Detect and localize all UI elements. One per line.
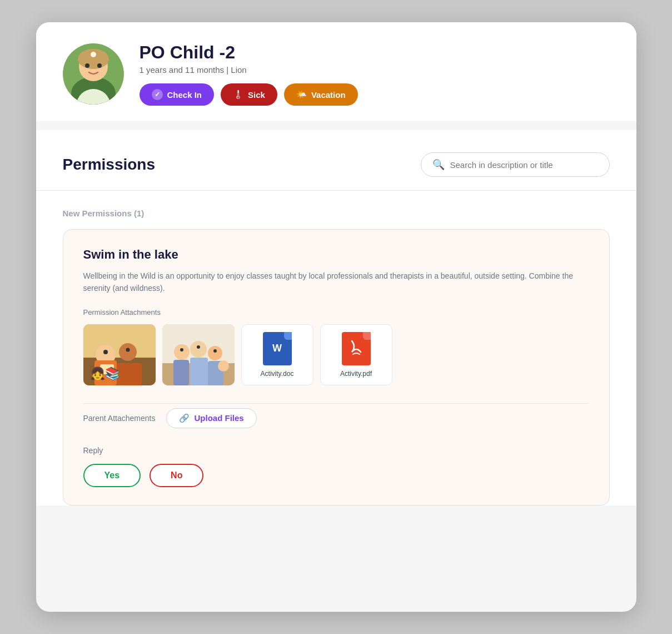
svg-rect-23 [173,360,189,385]
vacation-button[interactable]: 🌤️ Vacation [284,83,358,106]
sick-label: Sick [248,90,265,100]
svg-point-7 [91,52,96,57]
permissions-header: Permissions 🔍 [63,152,610,177]
attachment-pdf[interactable]: Activity.pdf [320,324,392,385]
svg-point-6 [97,63,102,68]
attachment-photo-1[interactable] [83,324,156,385]
permission-card-title: Swim in the lake [83,247,589,262]
vacation-label: Vacation [311,90,346,100]
yes-button[interactable]: Yes [83,464,141,487]
paperclip-icon: 🔗 [179,413,190,423]
avatar-image [63,43,124,105]
attachments-row: W Activity.doc Activity.pdf [83,324,589,385]
svg-point-28 [213,349,217,353]
sun-icon: 🌤️ [296,90,307,100]
pdf-filename: Activity.pdf [340,370,372,378]
search-box[interactable]: 🔍 [421,152,610,177]
checkin-button[interactable]: ✓ Check In [140,83,215,106]
main-card: PO Child -2 1 years and 11 months | Lion… [36,22,636,612]
header-info: PO Child -2 1 years and 11 months | Lion… [140,42,610,106]
search-icon: 🔍 [432,158,445,171]
sick-button[interactable]: 🌡️ Sick [221,83,277,106]
svg-point-21 [190,341,207,358]
checkin-label: Check In [167,90,202,100]
status-buttons: ✓ Check In 🌡️ Sick 🌤️ Vacation [140,83,610,106]
section-label: New Permissions (1) [63,209,610,218]
svg-point-26 [180,348,183,351]
attachments-label: Permission Attachments [83,308,589,316]
svg-point-5 [85,63,89,68]
header: PO Child -2 1 years and 11 months | Lion… [36,22,636,121]
parent-attach-row: Parent Attachements 🔗 Upload Files [83,403,589,428]
svg-point-22 [208,346,222,360]
permissions-title: Permissions [63,156,156,174]
permission-card-desc: Wellbeing in the Wild is an opportunity … [83,270,589,295]
svg-point-20 [174,344,190,360]
divider [36,190,636,191]
pdf-icon [342,332,371,365]
svg-point-30 [221,361,226,366]
parent-attach-label: Parent Attachements [83,414,156,423]
child-name: PO Child -2 [140,42,610,63]
svg-point-27 [197,345,200,349]
upload-label: Upload Files [194,413,243,423]
word-icon: W [263,332,292,365]
attachment-photo-2[interactable] [162,324,235,385]
upload-button[interactable]: 🔗 Upload Files [166,408,256,428]
no-button[interactable]: No [150,464,203,487]
svg-rect-15 [100,364,114,374]
reply-label: Reply [83,446,589,455]
svg-rect-24 [190,358,208,385]
attachment-word[interactable]: W Activity.doc [241,324,313,385]
svg-rect-13 [94,360,117,385]
main-content: Permissions 🔍 New Permissions (1) Swim i… [36,130,636,506]
svg-point-16 [103,350,108,354]
avatar [63,43,124,105]
svg-point-17 [126,348,130,351]
thermometer-icon: 🌡️ [233,90,243,100]
reply-section: Reply Yes No [83,444,589,487]
search-input[interactable] [450,160,598,170]
permission-card: Swim in the lake Wellbeing in the Wild i… [63,229,610,506]
reply-buttons: Yes No [83,464,589,487]
svg-rect-14 [117,363,142,385]
child-meta: 1 years and 11 months | Lion [140,65,610,75]
word-filename: Activity.doc [261,370,294,378]
check-icon: ✓ [152,89,163,100]
svg-point-12 [119,343,137,361]
